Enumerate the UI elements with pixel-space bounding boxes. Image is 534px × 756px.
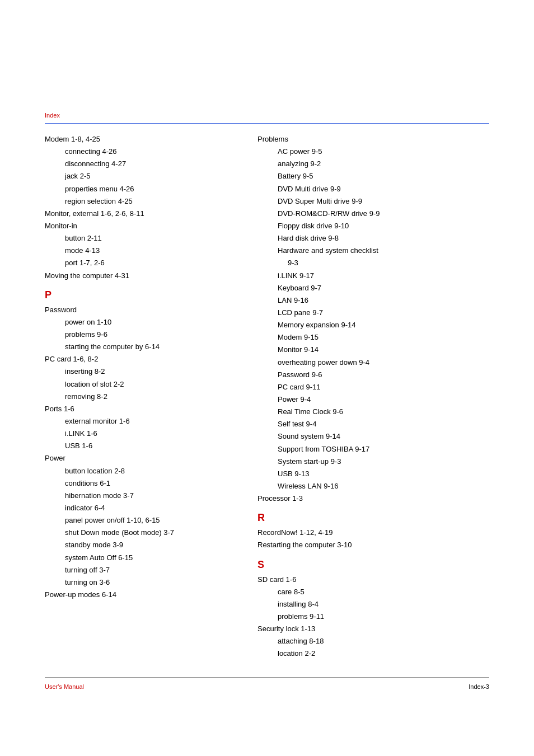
list-item: port 1-7, 2-6	[45, 257, 241, 269]
m-entries: Modem 1-8, 4-25 connecting 4-26 disconne…	[45, 134, 241, 281]
list-item: Monitor, external 1-6, 2-6, 8-11	[45, 208, 241, 219]
list-item: PC card 1-6, 8-2	[45, 354, 241, 365]
list-item: USB 9-13	[257, 468, 489, 480]
bottom-divider	[45, 677, 489, 678]
list-item: USB 1-6	[45, 440, 241, 452]
p-section: P Password power on 1-10 problems 9-6 st…	[45, 289, 241, 600]
list-item: DVD-ROM&CD-R/RW drive 9-9	[257, 208, 489, 219]
list-item: DVD Multi drive 9-9	[257, 184, 489, 195]
list-item: button location 2-8	[45, 466, 241, 477]
list-item: Memory expansion 9-14	[257, 320, 489, 331]
page-container: Index Modem 1-8, 4-25 connecting 4-26 di…	[0, 0, 534, 756]
breadcrumb-text: Index	[45, 112, 60, 119]
list-item: 9-3	[257, 257, 489, 269]
list-item: Monitor-in	[45, 220, 241, 232]
problems-entries: Problems AC power 9-5 analyzing 9-2 Batt…	[257, 134, 489, 504]
list-item: care 8-5	[257, 586, 489, 598]
list-item: starting the computer by 6-14	[45, 341, 241, 353]
list-item: hibernation mode 3-7	[45, 490, 241, 501]
list-item: overheating power down 9-4	[257, 357, 489, 368]
list-item: Floppy disk drive 9-10	[257, 220, 489, 232]
list-item: region selection 4-25	[45, 196, 241, 207]
list-item: Battery 9-5	[257, 171, 489, 182]
list-item: location of slot 2-2	[45, 379, 241, 390]
list-item: problems 9-11	[257, 611, 489, 622]
list-item: PC card 9-11	[257, 382, 489, 393]
list-item: button 2-11	[45, 233, 241, 244]
list-item: properties menu 4-26	[45, 184, 241, 195]
list-item: turning on 3-6	[45, 577, 241, 588]
list-item: Modem 1-8, 4-25	[45, 134, 241, 145]
list-item: Security lock 1-13	[257, 623, 489, 635]
list-item: system Auto Off 6-15	[45, 552, 241, 564]
list-item: Hard disk drive 9-8	[257, 233, 489, 244]
section-letter-p: P	[45, 289, 241, 301]
list-item: Ports 1-6	[45, 403, 241, 415]
r-section: R RecordNow! 1-12, 4-19 Restarting the c…	[257, 512, 489, 551]
list-item: Keyboard 9-7	[257, 283, 489, 294]
list-item: Modem 9-15	[257, 332, 489, 343]
list-item: Restarting the computer 3-10	[257, 539, 489, 551]
list-item: Real Time Clock 9-6	[257, 406, 489, 417]
list-item: turning off 3-7	[45, 565, 241, 576]
list-item: Processor 1-3	[257, 493, 489, 504]
list-item: RecordNow! 1-12, 4-19	[257, 527, 489, 538]
list-item: i.LINK 9-17	[257, 270, 489, 281]
list-item: inserting 8-2	[45, 366, 241, 377]
main-content: Modem 1-8, 4-25 connecting 4-26 disconne…	[45, 134, 489, 660]
content-area: Index Modem 1-8, 4-25 connecting 4-26 di…	[45, 112, 489, 690]
breadcrumb: Index	[45, 112, 489, 119]
list-item: disconnecting 4-27	[45, 158, 241, 170]
list-item: Password	[45, 304, 241, 316]
list-item: Problems	[257, 134, 489, 145]
list-item: AC power 9-5	[257, 146, 489, 157]
list-item: analyzing 9-2	[257, 158, 489, 170]
list-item: conditions 6-1	[45, 478, 241, 489]
list-item: System start-up 9-3	[257, 456, 489, 467]
list-item: indicator 6-4	[45, 503, 241, 514]
list-item: Password 9-6	[257, 369, 489, 381]
list-item: problems 9-6	[45, 329, 241, 340]
list-item: mode 4-13	[45, 245, 241, 256]
list-item: installing 8-4	[257, 599, 489, 610]
list-item: Moving the computer 4-31	[45, 270, 241, 281]
list-item: Monitor 9-14	[257, 344, 489, 355]
list-item: Power-up modes 6-14	[45, 589, 241, 600]
list-item: LCD pane 9-7	[257, 307, 489, 318]
s-section: S SD card 1-6 care 8-5 installing 8-4 pr…	[257, 559, 489, 660]
list-item: standby mode 3-9	[45, 539, 241, 551]
top-divider	[45, 123, 489, 124]
list-item: DVD Super Multi drive 9-9	[257, 196, 489, 207]
list-item: SD card 1-6	[257, 574, 489, 585]
list-item: jack 2-5	[45, 171, 241, 182]
list-item: Support from TOSHIBA 9-17	[257, 444, 489, 455]
list-item: location 2-2	[257, 648, 489, 659]
section-letter-r: R	[257, 512, 489, 524]
list-item: LAN 9-16	[257, 295, 489, 306]
footer: User's Manual Index-3	[45, 683, 489, 690]
footer-right: Index-3	[469, 683, 489, 690]
list-item: removing 8-2	[45, 391, 241, 402]
right-column: Problems AC power 9-5 analyzing 9-2 Batt…	[252, 134, 489, 660]
left-column: Modem 1-8, 4-25 connecting 4-26 disconne…	[45, 134, 252, 660]
list-item: Hardware and system checklist	[257, 245, 489, 256]
list-item: Self test 9-4	[257, 419, 489, 430]
footer-left: User's Manual	[45, 683, 84, 690]
list-item: Power	[45, 453, 241, 464]
list-item: shut Down mode (Boot mode) 3-7	[45, 527, 241, 538]
list-item: power on 1-10	[45, 317, 241, 328]
list-item: panel power on/off 1-10, 6-15	[45, 515, 241, 526]
list-item: i.LINK 1-6	[45, 428, 241, 439]
list-item: external monitor 1-6	[45, 416, 241, 427]
list-item: connecting 4-26	[45, 146, 241, 157]
list-item: Sound system 9-14	[257, 431, 489, 442]
list-item: Wireless LAN 9-16	[257, 481, 489, 492]
list-item: attaching 8-18	[257, 636, 489, 647]
list-item: Power 9-4	[257, 394, 489, 405]
section-letter-s: S	[257, 559, 489, 571]
